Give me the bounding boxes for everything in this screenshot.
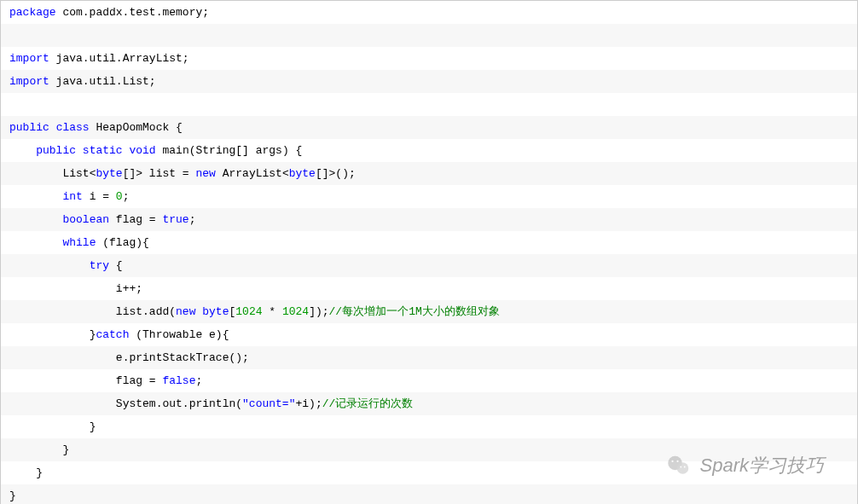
code-block: package com.paddx.test.memory; import ja… (0, 0, 858, 504)
code-line (1, 24, 857, 47)
code-line: int i = 0; (1, 185, 857, 208)
code-token-plain: com.paddx.test.memory; (56, 6, 209, 19)
code-line: flag = false; (1, 369, 857, 392)
code-token-number: 1024 (235, 305, 262, 318)
code-line: while (flag){ (1, 231, 857, 254)
watermark: Spark学习技巧 (666, 453, 824, 478)
code-token-plain: []>(); (316, 167, 356, 180)
code-token-plain: } (9, 490, 16, 502)
code-token-keyword: byte (202, 305, 229, 318)
wechat-icon (666, 453, 692, 478)
code-token-plain: } (36, 466, 43, 479)
code-token-plain: main(String[] args) { (156, 144, 303, 157)
code-line: } (1, 415, 857, 438)
code-token-keyword: class (56, 121, 90, 134)
code-line: try { (1, 254, 857, 277)
svg-point-2 (676, 461, 678, 462)
code-token-keyword: public (9, 121, 49, 134)
code-line: System.out.println("count="+i);//记录运行的次数 (1, 392, 857, 415)
code-line: public class HeapOomMock { (1, 116, 857, 139)
code-token-plain (49, 121, 56, 134)
code-token-plain: e.printStackTrace(); (116, 351, 249, 364)
code-line: package com.paddx.test.memory; (1, 1, 857, 24)
code-token-plain: flag = (116, 374, 163, 387)
code-token-keyword: new (195, 167, 215, 180)
svg-point-3 (676, 462, 688, 474)
code-token-plain (76, 144, 83, 157)
code-token-plain: +i); (295, 397, 322, 410)
code-line: import java.util.List; (1, 70, 857, 93)
code-token-keyword: byte (96, 167, 122, 180)
watermark-text: Spark学习技巧 (700, 453, 824, 478)
code-token-keyword: while (62, 236, 96, 249)
code-line: }catch (Throwable e){ (1, 323, 857, 346)
code-line: list.add(new byte[1024 * 1024]);//每次增加一个… (1, 300, 857, 323)
code-token-string: "count=" (242, 397, 295, 410)
code-token-plain: []> list = (123, 167, 196, 180)
code-token-plain: i = (83, 190, 116, 203)
code-token-keyword: catch (96, 328, 129, 341)
code-token-plain: list.add( (116, 305, 176, 318)
code-token-plain: (flag){ (96, 236, 148, 249)
code-token-keyword: new (176, 305, 195, 318)
code-token-plain: (Throwable e){ (129, 328, 229, 341)
code-token-keyword: int (62, 190, 82, 203)
code-line: i++; (1, 277, 857, 300)
code-line: List<byte[]> list = new ArrayList<byte[]… (1, 162, 857, 185)
svg-point-1 (671, 461, 673, 462)
code-line (1, 93, 857, 116)
code-token-plain: } (90, 420, 96, 433)
code-token-keyword: import (9, 75, 49, 88)
code-token-plain: List< (62, 167, 96, 180)
code-token-comment: //每次增加一个1M大小的数组对象 (329, 305, 500, 318)
code-line: } (1, 484, 857, 504)
code-token-keyword: void (129, 144, 155, 157)
code-token-plain: flag = (109, 213, 162, 226)
code-token-keyword: boolean (62, 213, 109, 226)
svg-point-4 (680, 466, 681, 468)
code-token-plain: ; (195, 374, 202, 387)
code-token-number: 0 (116, 190, 123, 203)
code-token-keyword: static (83, 144, 123, 157)
code-line: e.printStackTrace(); (1, 346, 857, 369)
code-token-keyword: public (36, 144, 76, 157)
code-token-keyword: false (162, 374, 195, 387)
code-token-plain: * (263, 305, 282, 318)
code-token-plain: HeapOomMock { (90, 121, 183, 134)
code-token-plain: ; (189, 213, 196, 226)
code-token-keyword: byte (289, 167, 316, 180)
code-token-plain: } (62, 443, 69, 456)
code-token-plain: System.out.println( (116, 397, 242, 410)
code-token-plain: java.util.ArrayList; (49, 52, 189, 65)
code-token-plain: i++; (116, 282, 142, 295)
code-line: import java.util.ArrayList; (1, 47, 857, 70)
code-token-plain: ArrayList< (216, 167, 289, 180)
code-line: boolean flag = true; (1, 208, 857, 231)
code-token-keyword: package (9, 6, 56, 19)
code-token-number: 1024 (282, 305, 309, 318)
code-token-keyword: import (9, 52, 49, 65)
svg-point-5 (683, 466, 685, 468)
code-token-plain: ; (123, 190, 130, 203)
code-token-plain: { (109, 259, 123, 272)
code-token-keyword: true (162, 213, 188, 226)
code-line: public static void main(String[] args) { (1, 139, 857, 162)
code-token-plain: java.util.List; (49, 75, 156, 88)
code-token-plain: ]); (309, 305, 328, 318)
code-token-keyword: try (90, 259, 109, 272)
code-token-comment: //记录运行的次数 (322, 397, 414, 410)
